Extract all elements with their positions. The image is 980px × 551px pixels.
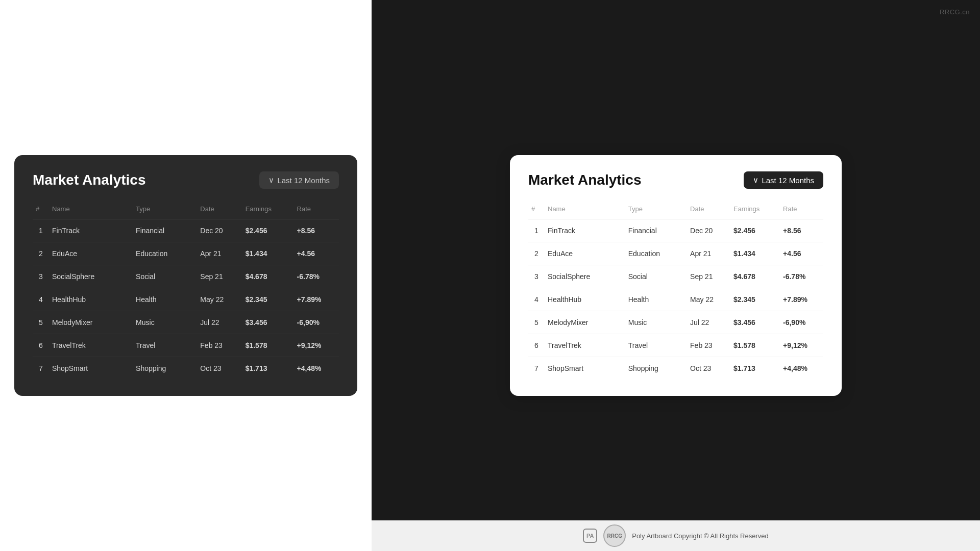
light-cell-rate: +7.89% bbox=[780, 288, 823, 311]
light-table-header-row: # Name Type Date Earnings Rate bbox=[528, 201, 823, 219]
dark-cell-earnings: $1.578 bbox=[242, 334, 294, 357]
light-table-row: 7 ShopSmart Shopping Oct 23 $1.713 +4,48… bbox=[528, 357, 823, 380]
dark-cell-name: EduAce bbox=[49, 242, 133, 265]
dark-cell-name: TravelTrek bbox=[49, 334, 133, 357]
light-cell-type: Social bbox=[625, 265, 687, 288]
light-cell-earnings: $2.345 bbox=[730, 288, 780, 311]
light-cell-earnings: $1.713 bbox=[730, 357, 780, 380]
dark-table-row: 2 EduAce Education Apr 21 $1.434 +4.56 bbox=[33, 242, 339, 265]
light-cell-rate: +4,48% bbox=[780, 357, 823, 380]
dark-th-earnings: Earnings bbox=[242, 201, 294, 219]
dark-table-row: 1 FinTrack Financial Dec 20 $2.456 +8.56 bbox=[33, 219, 339, 242]
dark-cell-rate: +4.56 bbox=[294, 242, 339, 265]
dark-cell-num: 1 bbox=[33, 219, 49, 242]
dark-th-date: Date bbox=[197, 201, 242, 219]
dark-cell-name: SocialSphere bbox=[49, 265, 133, 288]
light-cell-type: Health bbox=[625, 288, 687, 311]
dark-card-title: Market Analytics bbox=[33, 172, 146, 188]
dark-cell-name: FinTrack bbox=[49, 219, 133, 242]
dark-cell-rate: +9,12% bbox=[294, 334, 339, 357]
light-th-num: # bbox=[528, 201, 545, 219]
light-cell-rate: +4.56 bbox=[780, 242, 823, 265]
dark-table-row: 7 ShopSmart Shopping Oct 23 $1.713 +4,48… bbox=[33, 357, 339, 380]
dark-cell-name: ShopSmart bbox=[49, 357, 133, 380]
light-cell-earnings: $3.456 bbox=[730, 311, 780, 334]
light-cell-num: 2 bbox=[528, 242, 545, 265]
dark-cell-num: 4 bbox=[33, 288, 49, 311]
light-cell-earnings: $4.678 bbox=[730, 265, 780, 288]
light-cell-rate: +9,12% bbox=[780, 334, 823, 357]
dark-table-header-row: # Name Type Date Earnings Rate bbox=[33, 201, 339, 219]
footer-logo: RRCG bbox=[603, 524, 626, 547]
light-period-label: Last 12 Months bbox=[762, 176, 814, 185]
light-cell-name: MelodyMixer bbox=[545, 311, 625, 334]
dark-cell-num: 2 bbox=[33, 242, 49, 265]
dark-period-label: Last 12 Months bbox=[277, 176, 330, 185]
dark-cell-num: 6 bbox=[33, 334, 49, 357]
light-cell-date: May 22 bbox=[687, 288, 730, 311]
footer-logo-label: RRCG bbox=[607, 533, 622, 539]
dark-table-row: 4 HealthHub Health May 22 $2.345 +7.89% bbox=[33, 288, 339, 311]
dark-cell-date: May 22 bbox=[197, 288, 242, 311]
dark-cell-date: Sep 21 bbox=[197, 265, 242, 288]
dark-cell-rate: -6.78% bbox=[294, 265, 339, 288]
dark-cell-date: Apr 21 bbox=[197, 242, 242, 265]
watermark: RRCG.cn bbox=[940, 8, 970, 16]
dark-cell-type: Travel bbox=[133, 334, 197, 357]
dark-cell-earnings: $2.345 bbox=[242, 288, 294, 311]
light-cell-num: 7 bbox=[528, 357, 545, 380]
light-cell-name: FinTrack bbox=[545, 219, 625, 242]
light-cell-num: 5 bbox=[528, 311, 545, 334]
dark-th-name: Name bbox=[49, 201, 133, 219]
light-cell-earnings: $1.578 bbox=[730, 334, 780, 357]
light-cell-date: Jul 22 bbox=[687, 311, 730, 334]
light-table-row: 2 EduAce Education Apr 21 $1.434 +4.56 bbox=[528, 242, 823, 265]
light-th-earnings: Earnings bbox=[730, 201, 780, 219]
light-cell-name: ShopSmart bbox=[545, 357, 625, 380]
dark-cell-earnings: $2.456 bbox=[242, 219, 294, 242]
dark-cell-earnings: $1.434 bbox=[242, 242, 294, 265]
light-cell-num: 3 bbox=[528, 265, 545, 288]
dark-cell-rate: -6,90% bbox=[294, 311, 339, 334]
light-cell-name: TravelTrek bbox=[545, 334, 625, 357]
light-cell-date: Feb 23 bbox=[687, 334, 730, 357]
dark-period-button[interactable]: ∨ Last 12 Months bbox=[259, 171, 339, 189]
light-cell-type: Financial bbox=[625, 219, 687, 242]
footer-text: Poly Artboard Copyright © All Rights Res… bbox=[632, 532, 769, 540]
light-th-rate: Rate bbox=[780, 201, 823, 219]
light-cell-type: Education bbox=[625, 242, 687, 265]
light-period-button[interactable]: ∨ Last 12 Months bbox=[744, 171, 823, 189]
light-table-row: 1 FinTrack Financial Dec 20 $2.456 +8.56 bbox=[528, 219, 823, 242]
dark-table-row: 5 MelodyMixer Music Jul 22 $3.456 -6,90% bbox=[33, 311, 339, 334]
light-cell-num: 6 bbox=[528, 334, 545, 357]
light-cell-num: 1 bbox=[528, 219, 545, 242]
dark-cell-date: Oct 23 bbox=[197, 357, 242, 380]
dark-table-row: 3 SocialSphere Social Sep 21 $4.678 -6.7… bbox=[33, 265, 339, 288]
dark-table-row: 6 TravelTrek Travel Feb 23 $1.578 +9,12% bbox=[33, 334, 339, 357]
dark-cell-num: 5 bbox=[33, 311, 49, 334]
light-cell-name: HealthHub bbox=[545, 288, 625, 311]
right-panel: RRCG.cn Market Analytics ∨ Last 12 Month… bbox=[372, 0, 980, 551]
light-cell-name: SocialSphere bbox=[545, 265, 625, 288]
dark-cell-num: 7 bbox=[33, 357, 49, 380]
dark-analytics-table: # Name Type Date Earnings Rate 1 FinTrac… bbox=[33, 201, 339, 380]
dark-th-rate: Rate bbox=[294, 201, 339, 219]
left-panel: Market Analytics ∨ Last 12 Months # Name… bbox=[0, 0, 372, 551]
footer: PA RRCG Poly Artboard Copyright © All Ri… bbox=[372, 520, 980, 551]
light-cell-date: Oct 23 bbox=[687, 357, 730, 380]
light-card-header: Market Analytics ∨ Last 12 Months bbox=[528, 171, 823, 189]
light-cell-num: 4 bbox=[528, 288, 545, 311]
dark-cell-rate: +8.56 bbox=[294, 219, 339, 242]
light-cell-rate: +8.56 bbox=[780, 219, 823, 242]
dark-th-type: Type bbox=[133, 201, 197, 219]
dark-cell-type: Education bbox=[133, 242, 197, 265]
light-table-row: 3 SocialSphere Social Sep 21 $4.678 -6.7… bbox=[528, 265, 823, 288]
dark-card: Market Analytics ∨ Last 12 Months # Name… bbox=[14, 155, 357, 396]
dark-cell-num: 3 bbox=[33, 265, 49, 288]
light-cell-rate: -6.78% bbox=[780, 265, 823, 288]
light-th-date: Date bbox=[687, 201, 730, 219]
light-card: Market Analytics ∨ Last 12 Months # Name… bbox=[510, 155, 842, 396]
light-table-body: 1 FinTrack Financial Dec 20 $2.456 +8.56… bbox=[528, 219, 823, 380]
light-cell-type: Travel bbox=[625, 334, 687, 357]
dark-cell-date: Feb 23 bbox=[197, 334, 242, 357]
